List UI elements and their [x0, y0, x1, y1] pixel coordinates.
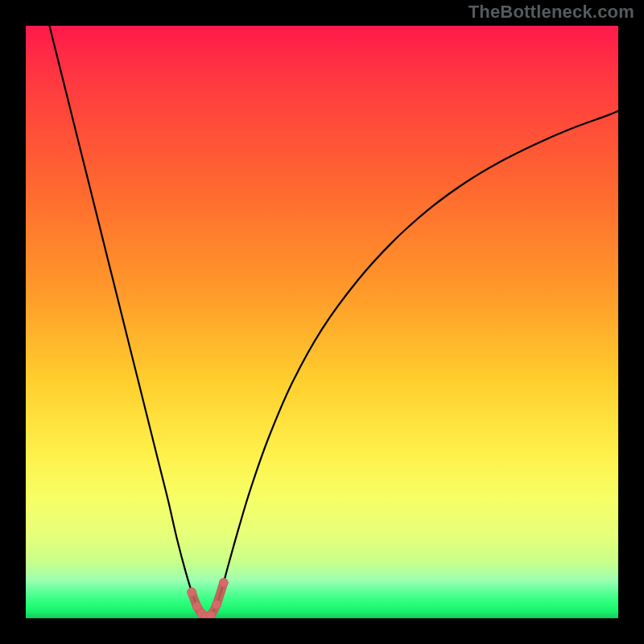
trough-marker	[219, 578, 228, 587]
trough-marker	[206, 611, 215, 618]
chart-stage: TheBottleneck.com	[0, 0, 644, 644]
gradient-background	[26, 26, 618, 618]
trough-marker	[212, 601, 221, 609]
trough-marker	[188, 588, 196, 597]
watermark-text: TheBottleneck.com	[469, 2, 634, 23]
plot-area	[26, 26, 618, 618]
chart-svg	[26, 26, 618, 618]
